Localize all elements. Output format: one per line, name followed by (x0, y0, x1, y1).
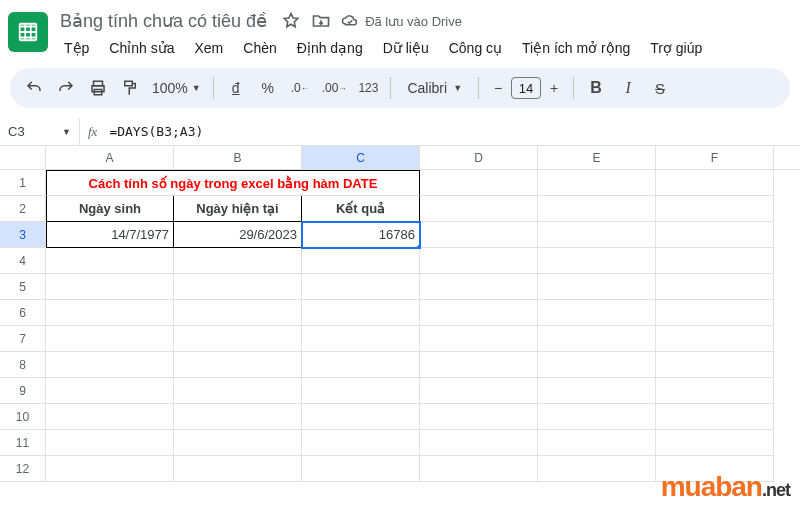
menu-format[interactable]: Định dạng (289, 36, 371, 60)
decrease-decimal-button[interactable]: .0← (286, 74, 314, 102)
col-header-C[interactable]: C (302, 146, 420, 169)
cell-F6[interactable] (656, 300, 774, 326)
strikethrough-button[interactable]: S (646, 74, 674, 102)
print-button[interactable] (84, 74, 112, 102)
cell-F1[interactable] (656, 170, 774, 196)
row-header-1[interactable]: 1 (0, 170, 46, 196)
cell-B12[interactable] (174, 456, 302, 482)
spreadsheet-grid[interactable]: A B C D E F 1 Cách tính số ngày trong ex… (0, 146, 800, 482)
number-format-button[interactable]: 123 (354, 74, 382, 102)
doc-title[interactable]: Bảng tính chưa có tiêu đề (56, 8, 271, 34)
cell-E11[interactable] (538, 430, 656, 456)
cell-D2[interactable] (420, 196, 538, 222)
cell-E1[interactable] (538, 170, 656, 196)
cell-D8[interactable] (420, 352, 538, 378)
row-header-10[interactable]: 10 (0, 404, 46, 430)
row-header-9[interactable]: 9 (0, 378, 46, 404)
row-header-3[interactable]: 3 (0, 222, 46, 248)
cell-D6[interactable] (420, 300, 538, 326)
cell-A8[interactable] (46, 352, 174, 378)
col-header-A[interactable]: A (46, 146, 174, 169)
cell-F7[interactable] (656, 326, 774, 352)
cell-C3[interactable]: 16786 (302, 222, 420, 248)
row-header-12[interactable]: 12 (0, 456, 46, 482)
cell-B7[interactable] (174, 326, 302, 352)
cell-E9[interactable] (538, 378, 656, 404)
col-header-B[interactable]: B (174, 146, 302, 169)
cell-C2[interactable]: Kết quả (302, 196, 420, 222)
row-header-4[interactable]: 4 (0, 248, 46, 274)
cell-D10[interactable] (420, 404, 538, 430)
paint-format-button[interactable] (116, 74, 144, 102)
cell-B3[interactable]: 29/6/2023 (174, 222, 302, 248)
italic-button[interactable]: I (614, 74, 642, 102)
cell-E8[interactable] (538, 352, 656, 378)
cell-E4[interactable] (538, 248, 656, 274)
cell-C5[interactable] (302, 274, 420, 300)
cell-A2[interactable]: Ngày sinh (46, 196, 174, 222)
cell-B6[interactable] (174, 300, 302, 326)
row-header-6[interactable]: 6 (0, 300, 46, 326)
font-select[interactable]: Calibri▼ (399, 80, 470, 96)
name-box[interactable]: C3 ▼ (0, 118, 80, 145)
cell-B9[interactable] (174, 378, 302, 404)
cell-F10[interactable] (656, 404, 774, 430)
cell-D12[interactable] (420, 456, 538, 482)
cell-C9[interactable] (302, 378, 420, 404)
cell-B11[interactable] (174, 430, 302, 456)
cell-B4[interactable] (174, 248, 302, 274)
cell-E5[interactable] (538, 274, 656, 300)
cell-A11[interactable] (46, 430, 174, 456)
cell-B5[interactable] (174, 274, 302, 300)
fill-handle[interactable] (416, 244, 420, 248)
menu-edit[interactable]: Chỉnh sửa (101, 36, 182, 60)
menu-data[interactable]: Dữ liệu (375, 36, 437, 60)
cell-A1-merged[interactable]: Cách tính số ngày trong excel bằng hàm D… (46, 170, 420, 196)
menu-insert[interactable]: Chèn (235, 36, 284, 60)
cell-E3[interactable] (538, 222, 656, 248)
cell-F5[interactable] (656, 274, 774, 300)
cell-C12[interactable] (302, 456, 420, 482)
cell-E2[interactable] (538, 196, 656, 222)
percent-button[interactable]: % (254, 74, 282, 102)
star-icon[interactable] (281, 11, 301, 31)
cell-D9[interactable] (420, 378, 538, 404)
cell-C10[interactable] (302, 404, 420, 430)
currency-button[interactable]: đ (222, 74, 250, 102)
cell-A12[interactable] (46, 456, 174, 482)
cell-A9[interactable] (46, 378, 174, 404)
cell-D7[interactable] (420, 326, 538, 352)
cell-E7[interactable] (538, 326, 656, 352)
cell-D11[interactable] (420, 430, 538, 456)
bold-button[interactable]: B (582, 74, 610, 102)
cell-A3[interactable]: 14/7/1977 (46, 222, 174, 248)
row-header-8[interactable]: 8 (0, 352, 46, 378)
redo-button[interactable] (52, 74, 80, 102)
cell-F11[interactable] (656, 430, 774, 456)
row-header-5[interactable]: 5 (0, 274, 46, 300)
cell-B8[interactable] (174, 352, 302, 378)
menu-view[interactable]: Xem (187, 36, 232, 60)
row-header-11[interactable]: 11 (0, 430, 46, 456)
formula-bar[interactable]: =DAYS(B3;A3) (105, 124, 800, 139)
cell-C7[interactable] (302, 326, 420, 352)
cell-D3[interactable] (420, 222, 538, 248)
cell-F4[interactable] (656, 248, 774, 274)
cell-F8[interactable] (656, 352, 774, 378)
cell-D1[interactable] (420, 170, 538, 196)
drive-status[interactable]: Đã lưu vào Drive (341, 12, 462, 30)
cell-F9[interactable] (656, 378, 774, 404)
cell-F2[interactable] (656, 196, 774, 222)
cell-D5[interactable] (420, 274, 538, 300)
cell-A5[interactable] (46, 274, 174, 300)
cell-A4[interactable] (46, 248, 174, 274)
cell-C8[interactable] (302, 352, 420, 378)
undo-button[interactable] (20, 74, 48, 102)
row-header-7[interactable]: 7 (0, 326, 46, 352)
menu-help[interactable]: Trợ giúp (642, 36, 710, 60)
cell-D4[interactable] (420, 248, 538, 274)
cell-B2[interactable]: Ngày hiện tại (174, 196, 302, 222)
zoom-select[interactable]: 100%▼ (148, 80, 205, 96)
cell-C4[interactable] (302, 248, 420, 274)
col-header-D[interactable]: D (420, 146, 538, 169)
